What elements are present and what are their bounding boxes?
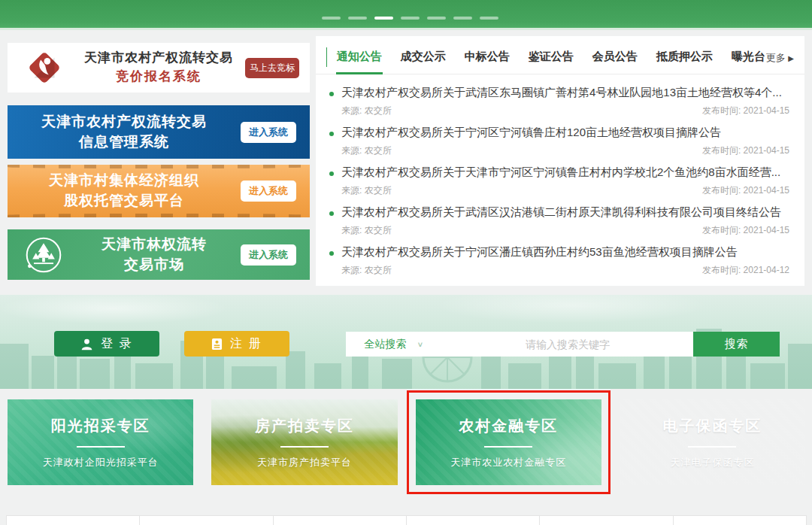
bid-system-subtitle: 竞价报名系统 xyxy=(72,68,245,86)
announcement-tab[interactable]: 中标公告 xyxy=(464,45,511,74)
announcements-panel: 通知公告成交公示中标公告鉴证公告会员公告抵质押公示曝光台 更多 ▶ 天津农村产权… xyxy=(316,36,804,286)
zone-subtitle: 天津电子保函专区 xyxy=(670,456,754,469)
user-icon xyxy=(80,338,93,351)
login-button[interactable]: 登 录 xyxy=(54,331,159,357)
carousel-dash-indicator[interactable] xyxy=(453,17,472,20)
announcement-tab[interactable]: 通知公告 xyxy=(336,45,383,74)
footer-cell xyxy=(673,515,807,525)
equity-platform-subtitle: 股权托管交易平台 xyxy=(8,191,241,211)
zone-title: 阳光招采专区 xyxy=(51,416,150,436)
announcement-tab[interactable]: 会员公告 xyxy=(592,45,638,74)
next-section-row xyxy=(6,515,806,525)
announcement-link[interactable]: 天津农村产权交易所关于武清区东马圈镇广善村第4号林业队园地13亩土地经营权等4个… xyxy=(328,86,791,100)
zone-divider xyxy=(280,446,329,448)
announcement-source: 来源: 农交所 xyxy=(341,144,392,157)
footer-cell xyxy=(139,515,273,525)
search-button[interactable]: 搜索 xyxy=(693,332,780,357)
equity-platform-titles: 天津市村集体经济组织 股权托管交易平台 xyxy=(8,171,241,211)
zone-card[interactable]: 电子保函专区 天津电子保函专区 xyxy=(620,399,805,485)
hero-search-band: 登 录 注 册 全站搜索 ∨ 搜索 xyxy=(0,295,812,389)
zone-divider xyxy=(77,446,125,448)
forest-trees-icon xyxy=(24,235,63,275)
carousel-dash-indicator[interactable] xyxy=(480,17,498,20)
register-button[interactable]: 注 册 xyxy=(184,331,289,357)
announcement-meta: 来源: 农交所 发布时间: 2021-04-15 xyxy=(341,144,789,157)
forest-market-subtitle: 交易市场 xyxy=(68,255,241,275)
footer-cell xyxy=(6,515,140,525)
more-label: 更多 xyxy=(766,52,786,63)
announcement-meta: 来源: 农交所 发布时间: 2021-04-15 xyxy=(341,105,789,117)
zone-card[interactable]: 农村金融专区 天津市农业农村金融专区 xyxy=(416,399,601,485)
tab-accent-bar xyxy=(326,47,327,67)
equity-platform-title: 天津市村集体经济组织 xyxy=(8,171,241,191)
info-system-title: 天津市农村产权流转交易 xyxy=(8,112,241,132)
bullet-icon xyxy=(329,251,334,256)
forest-market-banner[interactable]: 天津市林权流转 交易市场 进入系统 xyxy=(8,229,310,280)
search-bar: 全站搜索 ∨ 搜索 xyxy=(346,332,780,357)
announcement-item: 天津农村产权交易所关于宁河区宁河镇鲁庄村120亩土地经营权项目摘牌公告 来源: … xyxy=(328,126,791,157)
forest-market-title: 天津市林权流转 xyxy=(68,235,241,255)
announcement-link[interactable]: 天津农村产权交易所关于宁河区宁河镇鲁庄村120亩土地经营权项目摘牌公告 xyxy=(328,126,791,140)
zone-card[interactable]: 阳光招采专区 天津政村企阳光招采平台 xyxy=(8,399,193,485)
bullet-icon xyxy=(329,171,334,176)
special-zones: 阳光招采专区 天津政村企阳光招采平台 房产拍卖专区 天津市房产拍卖平台 农村金融… xyxy=(8,399,805,485)
forest-market-enter-button[interactable]: 进入系统 xyxy=(241,244,296,266)
announcement-title: 天津农村产权交易所关于武清区东马圈镇广善村第4号林业队园地13亩土地经营权等4个… xyxy=(341,86,782,100)
info-system-subtitle: 信息管理系统 xyxy=(8,132,241,153)
go-bid-button[interactable]: 马上去竞标 xyxy=(245,58,299,78)
carousel-banner xyxy=(0,0,812,30)
announcement-meta: 来源: 农交所 发布时间: 2021-04-15 xyxy=(341,224,789,237)
carousel-dash-indicator[interactable] xyxy=(401,17,420,20)
zone-subtitle: 天津政村企阳光招采平台 xyxy=(43,456,159,469)
footer-cell xyxy=(539,515,673,525)
announcement-tab[interactable]: 曝光台 xyxy=(731,45,766,74)
announcement-title: 天津农村产权交易所关于武清区汉沽港镇二街村原天津凯得利科技有限公司项目终结公告 xyxy=(341,205,781,220)
zone-card[interactable]: 房产拍卖专区 天津市房产拍卖平台 xyxy=(211,399,397,485)
register-label: 注 册 xyxy=(230,336,262,352)
carousel-dash-indicator[interactable] xyxy=(427,17,446,20)
announcement-link[interactable]: 天津农村产权交易所关于天津市宁河区宁河镇鲁庄村村内学校北2个鱼池约8亩水面经营.… xyxy=(328,165,791,180)
search-input[interactable] xyxy=(442,332,693,357)
announcement-source: 来源: 农交所 xyxy=(341,105,392,117)
info-system-titles: 天津市农村产权流转交易 信息管理系统 xyxy=(8,112,241,152)
announcement-item: 天津农村产权交易所关于武清区汉沽港镇二街村原天津凯得利科技有限公司项目终结公告 … xyxy=(328,205,791,237)
announcement-link[interactable]: 天津农村产权交易所关于宁河区潘庄镇西孙庄村约53亩鱼池经营权项目摘牌公告 xyxy=(328,245,791,259)
announcement-title: 天津农村产权交易所关于天津市宁河区宁河镇鲁庄村村内学校北2个鱼池约8亩水面经营.… xyxy=(341,165,780,180)
id-card-icon xyxy=(211,338,223,351)
announcement-date: 发布时间: 2021-04-15 xyxy=(702,144,789,157)
carousel-dash-indicator[interactable] xyxy=(374,17,393,20)
forest-market-titles: 天津市林权流转 交易市场 xyxy=(68,235,241,275)
zone-title: 农村金融专区 xyxy=(459,416,558,436)
chevron-down-icon: ∨ xyxy=(417,340,424,348)
zone-subtitle: 天津市农业农村金融专区 xyxy=(450,456,566,469)
announcement-tab[interactable]: 抵质押公示 xyxy=(656,45,714,74)
announcement-item: 天津农村产权交易所关于武清区东马圈镇广善村第4号林业队园地13亩土地经营权等4个… xyxy=(328,86,791,117)
announcement-date: 发布时间: 2021-04-15 xyxy=(702,224,789,237)
info-system-banner[interactable]: 天津市农村产权流转交易 信息管理系统 进入系统 xyxy=(8,105,310,159)
more-link[interactable]: 更多 ▶ xyxy=(766,51,794,74)
bid-system-title: 天津市农村产权流转交易 xyxy=(72,49,245,68)
equity-platform-enter-button[interactable]: 进入系统 xyxy=(241,181,296,202)
bullet-icon xyxy=(329,132,334,136)
announcement-title: 天津农村产权交易所关于宁河区宁河镇鲁庄村120亩土地经营权项目摘牌公告 xyxy=(341,126,721,140)
search-scope-dropdown[interactable]: 全站搜索 ∨ xyxy=(346,332,442,357)
carousel-dash-indicator[interactable] xyxy=(348,17,367,20)
announcement-date: 发布时间: 2021-04-15 xyxy=(702,105,789,117)
info-system-enter-button[interactable]: 进入系统 xyxy=(241,122,296,143)
announcement-source: 来源: 农交所 xyxy=(341,184,392,197)
announcement-tabs: 通知公告成交公示中标公告鉴证公告会员公告抵质押公示曝光台 xyxy=(336,45,766,74)
announcement-tabs-row: 通知公告成交公示中标公告鉴证公告会员公告抵质押公示曝光台 更多 ▶ xyxy=(316,36,804,74)
footer-cell xyxy=(273,515,407,525)
announcement-tab[interactable]: 成交公示 xyxy=(400,45,447,74)
announcement-tab[interactable]: 鉴证公告 xyxy=(528,45,574,74)
footer-cell xyxy=(406,515,540,525)
announcement-link[interactable]: 天津农村产权交易所关于武清区汉沽港镇二街村原天津凯得利科技有限公司项目终结公告 xyxy=(328,205,791,220)
announcement-source: 来源: 农交所 xyxy=(341,224,392,237)
announcement-source: 来源: 农交所 xyxy=(341,264,392,277)
zone-title: 房产拍卖专区 xyxy=(255,416,354,436)
carousel-dash-indicator[interactable] xyxy=(322,17,341,20)
announcement-list: 天津农村产权交易所关于武清区东马圈镇广善村第4号林业队园地13亩土地经营权等4个… xyxy=(316,74,804,277)
bid-system-card[interactable]: 天津市农村产权流转交易 竞价报名系统 马上去竞标 xyxy=(8,43,310,93)
carousel-indicators xyxy=(322,17,498,20)
equity-platform-banner[interactable]: 天津市村集体经济组织 股权托管交易平台 进入系统 xyxy=(8,165,310,217)
